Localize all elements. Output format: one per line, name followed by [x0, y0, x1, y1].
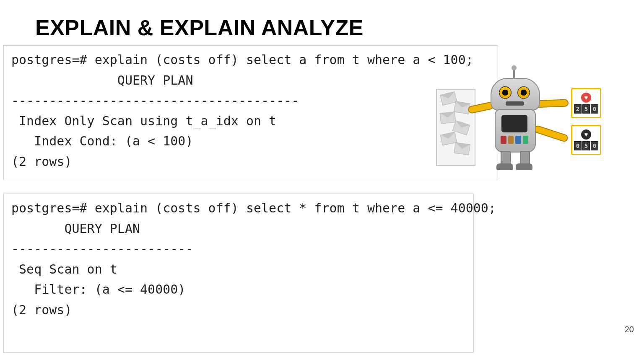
score-box-bottom: 050	[571, 125, 601, 155]
terminal-output-top: postgres=# explain (costs off) select a …	[11, 50, 490, 172]
heart-icon	[581, 93, 591, 103]
score-box-top: 250	[571, 88, 601, 118]
score-top-digits: 250	[574, 104, 598, 114]
code-panel-bottom: postgres=# explain (costs off) select * …	[3, 194, 474, 353]
heart-icon	[581, 129, 591, 140]
mail-stack-icon	[436, 89, 475, 166]
robot-body-icon	[487, 76, 542, 171]
terminal-output-bottom: postgres=# explain (costs off) select * …	[11, 198, 466, 321]
slide-title: EXPLAIN & EXPLAIN ANALYZE	[35, 15, 364, 40]
score-bottom-digits: 050	[574, 141, 598, 150]
slide: EXPLAIN & EXPLAIN ANALYZE postgres=# exp…	[0, 0, 644, 362]
page-number: 20	[625, 325, 634, 334]
robot-illustration: 250 050	[436, 76, 604, 177]
code-panel-top: postgres=# explain (costs off) select a …	[3, 45, 498, 180]
